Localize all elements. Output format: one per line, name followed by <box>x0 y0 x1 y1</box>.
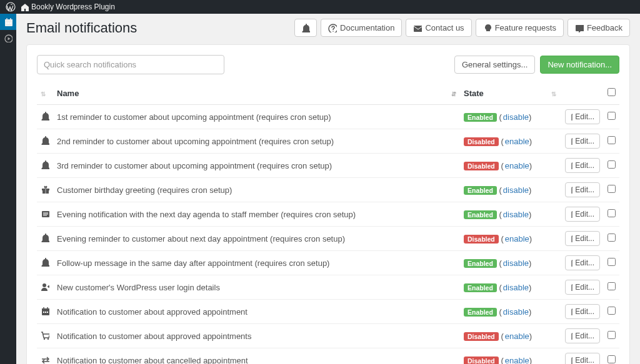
sidebar-item-collapse[interactable] <box>0 30 16 46</box>
table-row: Evening notification with the next day a… <box>37 202 619 227</box>
toggle-state-link[interactable]: enable <box>505 161 529 170</box>
toggle-state-link[interactable]: disable <box>503 307 529 317</box>
wp-admin-bar: Bookly Wordpress Plugin <box>0 0 640 14</box>
row-checkbox[interactable] <box>608 307 616 315</box>
row-checkbox[interactable] <box>608 160 616 169</box>
col-name[interactable]: Name <box>53 83 448 105</box>
state-badge: Enabled <box>464 186 497 195</box>
row-checkbox[interactable] <box>608 331 616 339</box>
edit-button[interactable]: Edit... <box>565 353 600 364</box>
state-badge: Disabled <box>464 162 499 170</box>
notification-state: Enabled (disable) <box>460 105 560 129</box>
notification-state: Disabled (enable) <box>460 324 560 348</box>
notification-name: Notification to customer about cancelled… <box>53 348 460 365</box>
notification-state: Disabled (enable) <box>460 348 560 365</box>
toggle-state-link[interactable]: disable <box>503 283 529 292</box>
edit-button[interactable]: Edit... <box>565 328 600 343</box>
notification-state: Enabled (disable) <box>460 202 560 227</box>
state-badge: Enabled <box>464 283 497 292</box>
col-edit <box>560 83 604 105</box>
toggle-state-link[interactable]: disable <box>503 258 529 268</box>
toggle-state-link[interactable]: enable <box>505 332 529 341</box>
table-row: 3rd reminder to customer about upcoming … <box>37 154 619 178</box>
site-name[interactable]: Bookly Wordpress Plugin <box>31 2 115 11</box>
toggle-state-link[interactable]: enable <box>505 137 529 146</box>
wordpress-logo-icon[interactable] <box>5 1 16 12</box>
col-state[interactable]: State <box>460 83 560 105</box>
edit-button[interactable]: Edit... <box>565 158 600 173</box>
toggle-state-link[interactable]: disable <box>503 185 529 195</box>
bell-icon <box>41 258 49 267</box>
state-badge: Disabled <box>464 137 499 146</box>
select-all-checkbox[interactable] <box>608 88 616 96</box>
general-settings-button[interactable]: General settings... <box>454 56 536 74</box>
state-badge: Disabled <box>464 357 499 365</box>
notification-name: 2nd reminder to customer about upcoming … <box>53 129 460 154</box>
user-plus-icon <box>41 282 49 291</box>
feature-requests-button[interactable]: Feature requests <box>476 19 564 37</box>
row-checkbox[interactable] <box>608 355 616 363</box>
state-badge: Enabled <box>464 259 497 268</box>
toggle-state-link[interactable]: disable <box>503 112 529 122</box>
notification-name: Notification to customer about approved … <box>53 324 460 348</box>
row-checkbox[interactable] <box>608 136 616 144</box>
notification-name: 1st reminder to customer about upcoming … <box>53 105 460 129</box>
row-checkbox[interactable] <box>608 185 616 193</box>
col-sort-icon[interactable] <box>37 83 53 105</box>
notification-name: Customer birthday greeting (requires cro… <box>53 178 460 202</box>
header-buttons: Documentation Contact us Feature request… <box>294 19 630 37</box>
table-row: New customer's WordPress user login deta… <box>37 275 619 300</box>
notifications-bell-button[interactable] <box>294 19 317 37</box>
notification-name: Evening notification with the next day a… <box>53 202 460 227</box>
row-checkbox[interactable] <box>608 258 616 266</box>
row-checkbox[interactable] <box>608 234 616 242</box>
feedback-button[interactable]: Feedback <box>568 19 630 37</box>
list-icon <box>41 209 49 218</box>
col-check-all <box>604 83 619 105</box>
edit-button[interactable]: Edit... <box>565 109 600 124</box>
gift-icon <box>41 185 49 194</box>
state-badge: Enabled <box>464 113 497 122</box>
toggle-state-link[interactable]: enable <box>505 234 529 243</box>
state-badge: Disabled <box>464 235 499 243</box>
table-row: 2nd reminder to customer about upcoming … <box>37 129 619 154</box>
sidebar-item-bookly[interactable] <box>0 14 16 30</box>
edit-button[interactable]: Edit... <box>565 255 600 270</box>
table-row: Notification to customer about approved … <box>37 324 619 348</box>
row-checkbox[interactable] <box>608 282 616 290</box>
documentation-button[interactable]: Documentation <box>321 19 402 37</box>
edit-button[interactable]: Edit... <box>565 280 600 295</box>
row-checkbox[interactable] <box>608 112 616 120</box>
table-row: Evening reminder to customer about next … <box>37 227 619 251</box>
bell-icon <box>41 160 49 169</box>
notification-state: Enabled (disable) <box>460 275 560 300</box>
edit-button[interactable]: Edit... <box>565 231 600 246</box>
table-row: Follow-up message in the same day after … <box>37 251 619 275</box>
home-icon[interactable] <box>20 2 29 11</box>
state-badge: Disabled <box>464 332 499 341</box>
bulb-icon <box>483 24 492 32</box>
notification-state: Disabled (enable) <box>460 227 560 251</box>
notification-name: New customer's WordPress user login deta… <box>53 275 460 300</box>
swap-icon <box>41 355 49 364</box>
edit-button[interactable]: Edit... <box>565 304 600 319</box>
col-sort-name[interactable] <box>448 83 460 105</box>
notification-state: Disabled (enable) <box>460 154 560 178</box>
state-badge: Enabled <box>464 308 497 317</box>
contact-button[interactable]: Contact us <box>406 19 471 37</box>
edit-button[interactable]: Edit... <box>565 134 600 149</box>
sort-icon <box>451 89 456 98</box>
search-input[interactable] <box>37 55 224 74</box>
notifications-table: Name State 1st reminder to customer abou… <box>37 83 619 364</box>
sort-icon <box>551 89 556 98</box>
toggle-state-link[interactable]: enable <box>505 356 529 365</box>
edit-button[interactable]: Edit... <box>565 182 600 197</box>
toggle-state-link[interactable]: disable <box>503 210 529 219</box>
sort-icon <box>41 89 46 98</box>
row-checkbox[interactable] <box>608 209 616 217</box>
bell-icon <box>41 136 49 145</box>
edit-button[interactable]: Edit... <box>565 207 600 222</box>
notification-name: Notification to customer about approved … <box>53 300 460 324</box>
new-notification-button[interactable]: New notification... <box>540 56 619 74</box>
notification-name: Evening reminder to customer about next … <box>53 227 460 251</box>
